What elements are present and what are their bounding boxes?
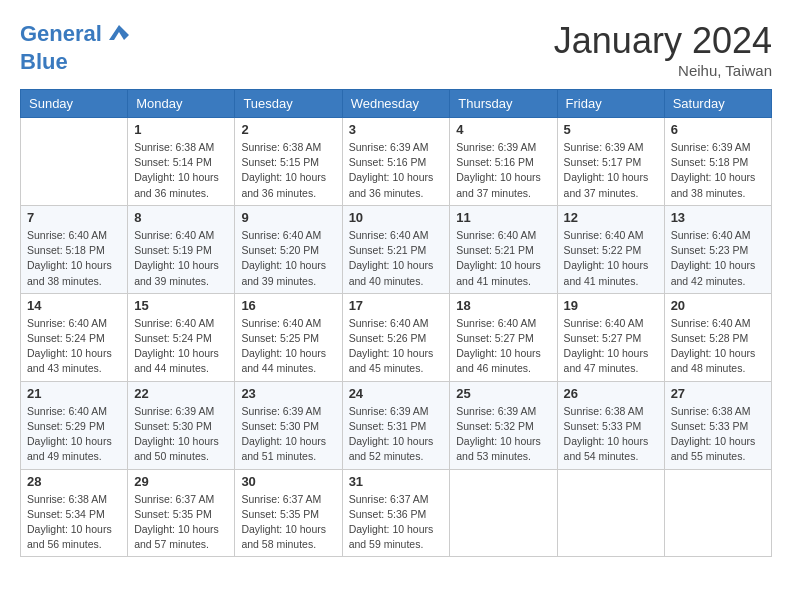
- weekday-header: Tuesday: [235, 90, 342, 118]
- calendar-week-row: 1Sunrise: 6:38 AMSunset: 5:14 PMDaylight…: [21, 118, 772, 206]
- day-number: 12: [564, 210, 658, 225]
- day-number: 28: [27, 474, 121, 489]
- day-number: 13: [671, 210, 765, 225]
- day-info: Sunrise: 6:39 AMSunset: 5:16 PMDaylight:…: [456, 140, 550, 201]
- calendar-cell: 27Sunrise: 6:38 AMSunset: 5:33 PMDayligh…: [664, 381, 771, 469]
- weekday-header: Sunday: [21, 90, 128, 118]
- day-info: Sunrise: 6:40 AMSunset: 5:20 PMDaylight:…: [241, 228, 335, 289]
- weekday-header: Thursday: [450, 90, 557, 118]
- calendar-cell: 10Sunrise: 6:40 AMSunset: 5:21 PMDayligh…: [342, 205, 450, 293]
- day-number: 24: [349, 386, 444, 401]
- calendar-cell: 14Sunrise: 6:40 AMSunset: 5:24 PMDayligh…: [21, 293, 128, 381]
- calendar-cell: 20Sunrise: 6:40 AMSunset: 5:28 PMDayligh…: [664, 293, 771, 381]
- calendar-cell: 16Sunrise: 6:40 AMSunset: 5:25 PMDayligh…: [235, 293, 342, 381]
- day-number: 20: [671, 298, 765, 313]
- day-number: 14: [27, 298, 121, 313]
- day-number: 1: [134, 122, 228, 137]
- calendar-cell: [664, 469, 771, 557]
- calendar-cell: 21Sunrise: 6:40 AMSunset: 5:29 PMDayligh…: [21, 381, 128, 469]
- day-number: 11: [456, 210, 550, 225]
- day-number: 3: [349, 122, 444, 137]
- day-number: 5: [564, 122, 658, 137]
- day-info: Sunrise: 6:39 AMSunset: 5:30 PMDaylight:…: [241, 404, 335, 465]
- day-info: Sunrise: 6:40 AMSunset: 5:21 PMDaylight:…: [349, 228, 444, 289]
- logo: General Blue: [20, 20, 134, 74]
- day-number: 4: [456, 122, 550, 137]
- day-info: Sunrise: 6:40 AMSunset: 5:18 PMDaylight:…: [27, 228, 121, 289]
- logo-bird-icon: [104, 20, 134, 50]
- calendar-cell: [557, 469, 664, 557]
- day-number: 25: [456, 386, 550, 401]
- calendar-cell: 7Sunrise: 6:40 AMSunset: 5:18 PMDaylight…: [21, 205, 128, 293]
- day-number: 27: [671, 386, 765, 401]
- day-info: Sunrise: 6:39 AMSunset: 5:18 PMDaylight:…: [671, 140, 765, 201]
- day-number: 17: [349, 298, 444, 313]
- day-info: Sunrise: 6:37 AMSunset: 5:35 PMDaylight:…: [134, 492, 228, 553]
- day-info: Sunrise: 6:40 AMSunset: 5:24 PMDaylight:…: [27, 316, 121, 377]
- day-info: Sunrise: 6:38 AMSunset: 5:33 PMDaylight:…: [671, 404, 765, 465]
- day-info: Sunrise: 6:39 AMSunset: 5:16 PMDaylight:…: [349, 140, 444, 201]
- calendar-body: 1Sunrise: 6:38 AMSunset: 5:14 PMDaylight…: [21, 118, 772, 557]
- day-number: 9: [241, 210, 335, 225]
- day-number: 16: [241, 298, 335, 313]
- month-title: January 2024: [554, 20, 772, 62]
- day-number: 30: [241, 474, 335, 489]
- calendar-cell: 24Sunrise: 6:39 AMSunset: 5:31 PMDayligh…: [342, 381, 450, 469]
- calendar-cell: [450, 469, 557, 557]
- calendar-cell: 31Sunrise: 6:37 AMSunset: 5:36 PMDayligh…: [342, 469, 450, 557]
- calendar-cell: [21, 118, 128, 206]
- logo-text: General Blue: [20, 20, 134, 74]
- calendar-cell: 30Sunrise: 6:37 AMSunset: 5:35 PMDayligh…: [235, 469, 342, 557]
- calendar-cell: 25Sunrise: 6:39 AMSunset: 5:32 PMDayligh…: [450, 381, 557, 469]
- day-info: Sunrise: 6:40 AMSunset: 5:19 PMDaylight:…: [134, 228, 228, 289]
- day-number: 29: [134, 474, 228, 489]
- day-number: 15: [134, 298, 228, 313]
- day-info: Sunrise: 6:37 AMSunset: 5:36 PMDaylight:…: [349, 492, 444, 553]
- calendar-week-row: 14Sunrise: 6:40 AMSunset: 5:24 PMDayligh…: [21, 293, 772, 381]
- day-number: 8: [134, 210, 228, 225]
- day-number: 18: [456, 298, 550, 313]
- calendar-cell: 8Sunrise: 6:40 AMSunset: 5:19 PMDaylight…: [128, 205, 235, 293]
- day-info: Sunrise: 6:40 AMSunset: 5:24 PMDaylight:…: [134, 316, 228, 377]
- calendar-cell: 28Sunrise: 6:38 AMSunset: 5:34 PMDayligh…: [21, 469, 128, 557]
- svg-marker-0: [109, 25, 129, 40]
- day-info: Sunrise: 6:38 AMSunset: 5:15 PMDaylight:…: [241, 140, 335, 201]
- day-number: 26: [564, 386, 658, 401]
- weekday-header: Wednesday: [342, 90, 450, 118]
- calendar-cell: 4Sunrise: 6:39 AMSunset: 5:16 PMDaylight…: [450, 118, 557, 206]
- location: Neihu, Taiwan: [554, 62, 772, 79]
- title-area: January 2024 Neihu, Taiwan: [554, 20, 772, 79]
- calendar-cell: 12Sunrise: 6:40 AMSunset: 5:22 PMDayligh…: [557, 205, 664, 293]
- day-info: Sunrise: 6:40 AMSunset: 5:29 PMDaylight:…: [27, 404, 121, 465]
- day-info: Sunrise: 6:39 AMSunset: 5:17 PMDaylight:…: [564, 140, 658, 201]
- calendar-cell: 13Sunrise: 6:40 AMSunset: 5:23 PMDayligh…: [664, 205, 771, 293]
- calendar-cell: 22Sunrise: 6:39 AMSunset: 5:30 PMDayligh…: [128, 381, 235, 469]
- calendar-week-row: 21Sunrise: 6:40 AMSunset: 5:29 PMDayligh…: [21, 381, 772, 469]
- calendar-cell: 17Sunrise: 6:40 AMSunset: 5:26 PMDayligh…: [342, 293, 450, 381]
- day-info: Sunrise: 6:39 AMSunset: 5:31 PMDaylight:…: [349, 404, 444, 465]
- page-header: General Blue January 2024 Neihu, Taiwan: [20, 20, 772, 79]
- calendar-cell: 19Sunrise: 6:40 AMSunset: 5:27 PMDayligh…: [557, 293, 664, 381]
- calendar-cell: 1Sunrise: 6:38 AMSunset: 5:14 PMDaylight…: [128, 118, 235, 206]
- calendar-header-row: SundayMondayTuesdayWednesdayThursdayFrid…: [21, 90, 772, 118]
- day-number: 22: [134, 386, 228, 401]
- day-info: Sunrise: 6:40 AMSunset: 5:27 PMDaylight:…: [564, 316, 658, 377]
- calendar-cell: 9Sunrise: 6:40 AMSunset: 5:20 PMDaylight…: [235, 205, 342, 293]
- day-info: Sunrise: 6:40 AMSunset: 5:28 PMDaylight:…: [671, 316, 765, 377]
- day-number: 2: [241, 122, 335, 137]
- day-number: 23: [241, 386, 335, 401]
- calendar-cell: 6Sunrise: 6:39 AMSunset: 5:18 PMDaylight…: [664, 118, 771, 206]
- calendar-cell: 15Sunrise: 6:40 AMSunset: 5:24 PMDayligh…: [128, 293, 235, 381]
- day-info: Sunrise: 6:40 AMSunset: 5:23 PMDaylight:…: [671, 228, 765, 289]
- calendar-cell: 3Sunrise: 6:39 AMSunset: 5:16 PMDaylight…: [342, 118, 450, 206]
- day-info: Sunrise: 6:39 AMSunset: 5:30 PMDaylight:…: [134, 404, 228, 465]
- day-number: 31: [349, 474, 444, 489]
- day-number: 6: [671, 122, 765, 137]
- calendar-cell: 18Sunrise: 6:40 AMSunset: 5:27 PMDayligh…: [450, 293, 557, 381]
- calendar-cell: 2Sunrise: 6:38 AMSunset: 5:15 PMDaylight…: [235, 118, 342, 206]
- day-info: Sunrise: 6:40 AMSunset: 5:21 PMDaylight:…: [456, 228, 550, 289]
- calendar-cell: 5Sunrise: 6:39 AMSunset: 5:17 PMDaylight…: [557, 118, 664, 206]
- calendar-week-row: 7Sunrise: 6:40 AMSunset: 5:18 PMDaylight…: [21, 205, 772, 293]
- weekday-header: Friday: [557, 90, 664, 118]
- calendar-cell: 26Sunrise: 6:38 AMSunset: 5:33 PMDayligh…: [557, 381, 664, 469]
